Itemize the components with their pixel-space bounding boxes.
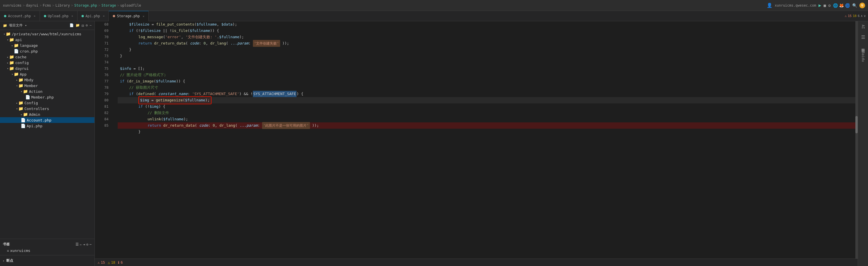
app-label: App: [20, 72, 26, 77]
breadcrumb-xunruicms[interactable]: xunruicms: [3, 3, 22, 7]
tab-close-api[interactable]: ✕: [103, 14, 104, 18]
breadcrumb-storage[interactable]: Storage: [102, 3, 116, 7]
panel-icon-3[interactable]: 翻译: [859, 45, 867, 47]
warning-count-label: 18: [111, 261, 115, 265]
tab-dot-account: [4, 15, 6, 17]
panel-icon-4[interactable]: Baidu: [860, 50, 866, 63]
sidebar-item-account-php[interactable]: 📄 Account.php: [0, 117, 94, 123]
tab-label-api: Api.php: [86, 14, 100, 18]
panel-icon-2[interactable]: ☰: [860, 33, 866, 41]
bookmarks-indent-icon[interactable]: ⇥: [83, 242, 85, 246]
code-line-75: $info = [];: [118, 65, 858, 72]
new-folder-icon[interactable]: 📁: [75, 23, 80, 28]
api-label: api: [15, 38, 22, 42]
code-line-79: if ( defined ( constant_name : 'SYS_ATTA…: [118, 91, 858, 97]
folder-icon: 📁: [3, 24, 7, 28]
sidebar-item-language[interactable]: ▸ 📁 language: [0, 42, 94, 48]
breakpoints-header[interactable]: ▸ 断点: [0, 257, 94, 264]
breadcrumb-dayrui[interactable]: dayrui: [26, 3, 38, 7]
browser-icons: 🌐 🦊 🌀: [833, 3, 850, 8]
tab-label-account: Account.php: [8, 14, 31, 18]
info-count-label: 6: [121, 261, 123, 265]
controllers-label: Controllers: [24, 107, 49, 111]
settings-icon[interactable]: ⚙: [828, 3, 831, 8]
code-line-72: }: [118, 47, 858, 53]
scrollbar-thumb[interactable]: [856, 116, 858, 133]
tree-root[interactable]: ▾ 📁 /private/var/www/html/xunruicms: [0, 31, 94, 37]
main-layout: 📁 项目文件 ▾ 📄 📁 ⊟ ⚙ − ▾ 📁 /private/var/www/…: [0, 21, 868, 266]
avatar-icon[interactable]: U: [859, 3, 865, 8]
close-sidebar-icon[interactable]: −: [90, 23, 92, 28]
ai-assistant-icon[interactable]: AI: [860, 24, 866, 30]
sidebar-item-mbdy[interactable]: ▸ 📁 Mbdy: [0, 77, 94, 83]
sidebar-item-cache[interactable]: ▸ 📁 cache: [0, 54, 94, 60]
code-line-81: if (! $img ) {: [118, 104, 858, 110]
breadcrumb-fcms[interactable]: Fcms: [43, 3, 51, 7]
action-folder-icon: 📁: [23, 89, 28, 94]
tab-close-account[interactable]: ✕: [34, 14, 35, 18]
bookmarks-collapse-icon[interactable]: −: [90, 242, 92, 246]
run-icon[interactable]: ▶: [818, 3, 821, 8]
sidebar-item-api-php[interactable]: 📄 Api.php: [0, 123, 94, 129]
chevron-down-icon[interactable]: ∨: [864, 14, 866, 18]
breadcrumb-uploadfile[interactable]: uploadfile: [120, 3, 141, 7]
right-panel: AI ☰ 翻译 Baidu: [858, 21, 868, 266]
admin-label: Admin: [29, 112, 40, 117]
bookmarks-list-icon[interactable]: ☰: [75, 242, 79, 246]
code-line-84: return dr_return_data ( code : 0 , dr_la…: [118, 122, 858, 129]
warning-count: 18: [853, 14, 857, 18]
action-label: Action: [29, 89, 42, 94]
bookmarks-settings-icon[interactable]: ⚙: [86, 242, 88, 246]
sidebar-item-api[interactable]: ▾ 📁 api: [0, 37, 94, 42]
stop-icon[interactable]: ■: [824, 3, 826, 8]
settings-tree-icon[interactable]: ⚙: [86, 23, 88, 28]
sidebar-item-controllers[interactable]: ▾ 📁 Controllers: [0, 106, 94, 112]
sidebar-item-member-php[interactable]: 📄 Member.php: [0, 94, 94, 100]
sidebar-header: 📁 项目文件 ▾ 📄 📁 ⊟ ⚙ −: [0, 21, 94, 30]
gutter: [111, 21, 118, 259]
breadcrumb-library[interactable]: Library: [55, 3, 70, 7]
cron-php-icon: 📄: [14, 49, 19, 53]
dayrui-label: dayrui: [15, 66, 29, 71]
vertical-scrollbar[interactable]: [856, 21, 858, 259]
sidebar-item-config[interactable]: ▸ 📁 config: [0, 60, 94, 65]
sidebar-item-member[interactable]: ▾ 📁 Member: [0, 83, 94, 88]
config2-label: Config: [24, 101, 38, 105]
language-folder-icon: 📁: [14, 43, 19, 48]
mbdy-label: Mbdy: [24, 78, 33, 82]
member-label: Member: [24, 84, 38, 88]
tab-upload[interactable]: Upload.php ✕: [40, 11, 78, 21]
search-icon[interactable]: 🔍: [852, 3, 857, 8]
code-line-74: [118, 59, 858, 65]
collapse-icon[interactable]: ⊟: [82, 23, 84, 28]
sidebar-item-config2[interactable]: ▸ 📁 Config: [0, 100, 94, 106]
code-line-73: }: [118, 53, 858, 59]
line-numbers: 68 69 70 71 72 73 74 75 76 77 78 79 80 8…: [95, 21, 111, 259]
new-file-icon[interactable]: 📄: [69, 23, 74, 28]
member-php-icon: 📄: [25, 95, 30, 99]
chevron-up-icon[interactable]: ∧: [861, 14, 863, 18]
sidebar-item-cron-php[interactable]: 📄 cron.php: [0, 48, 94, 54]
sidebar-item-action[interactable]: ▾ 📁 Action: [0, 88, 94, 94]
tab-account[interactable]: Account.php ✕: [0, 11, 40, 21]
sidebar-item-admin[interactable]: ▸ 📁 Admin: [0, 112, 94, 117]
code-line-76: // 图片处理（严格模式下）: [118, 72, 858, 78]
tab-dot-api: [82, 15, 84, 17]
bookmarks-header[interactable]: 书签 ☰ ✏ ⇥ ⚙ −: [0, 241, 94, 248]
bookmark-item-xunruicms[interactable]: ≡ xunruicms: [0, 248, 94, 254]
user-label[interactable]: xunruicms.qwesec.com: [775, 3, 816, 7]
code-line-85: }: [118, 129, 858, 135]
tab-close-upload[interactable]: ✕: [71, 14, 73, 18]
user-icon: 👤: [767, 3, 772, 8]
tab-close-storage[interactable]: ✕: [143, 14, 144, 18]
bookmark-list-icon: ≡: [7, 249, 9, 253]
sidebar-item-app[interactable]: ▾ 📁 App: [0, 71, 94, 77]
tab-api[interactable]: Api.php ✕: [78, 11, 109, 21]
tab-storage[interactable]: Storage.php ✕: [109, 11, 149, 21]
code-lines[interactable]: $filesize = file_put_contents ( $fullnam…: [118, 21, 858, 259]
editor-area: 68 69 70 71 72 73 74 75 76 77 78 79 80 8…: [95, 21, 858, 266]
bookmarks-edit-icon[interactable]: ✏: [80, 242, 82, 246]
app-folder-icon: 📁: [14, 72, 19, 77]
breadcrumb-storage-php[interactable]: Storage.php: [74, 3, 97, 7]
sidebar-item-dayrui[interactable]: ▾ 📁 dayrui: [0, 65, 94, 71]
